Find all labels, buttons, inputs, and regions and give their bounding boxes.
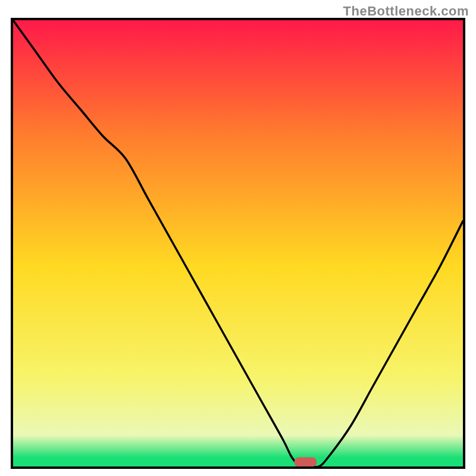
watermark-text: TheBottleneck.com xyxy=(343,4,469,19)
chart-svg xyxy=(11,18,465,469)
chart-plot-area xyxy=(11,18,465,469)
chart-background-gradient xyxy=(13,20,463,466)
chart-marker xyxy=(294,458,317,467)
